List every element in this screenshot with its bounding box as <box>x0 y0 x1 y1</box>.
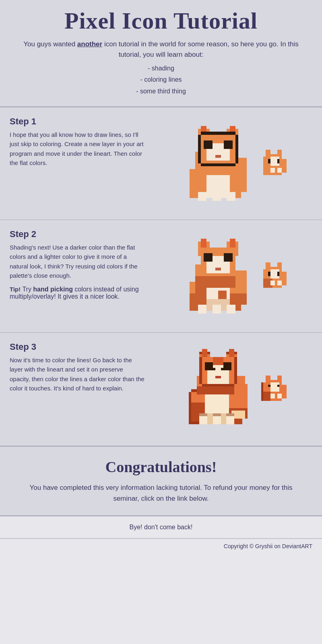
fox-step2-large <box>182 236 254 316</box>
step-1-row: Step 1 I hope that you all know how to d… <box>0 107 322 220</box>
svg-rect-67 <box>266 262 270 269</box>
svg-rect-42 <box>235 270 247 282</box>
step-1-title: Step 1 <box>10 116 145 127</box>
svg-rect-18 <box>198 192 206 201</box>
svg-rect-28 <box>266 150 270 157</box>
page-title: Pixel Icon Tutorial <box>16 7 306 34</box>
svg-rect-119 <box>277 376 282 382</box>
svg-rect-123 <box>261 382 264 401</box>
fox-step3-large <box>182 349 254 429</box>
step-1-body: I hope that you all know how to draw lin… <box>10 130 145 167</box>
steps-area: Step 1 I hope that you all know how to d… <box>0 107 322 447</box>
svg-rect-118 <box>266 376 270 382</box>
svg-rect-90 <box>197 386 234 394</box>
svg-rect-56 <box>224 256 229 262</box>
svg-rect-62 <box>218 291 227 299</box>
congrats-body: You have completed this very information… <box>24 482 298 504</box>
svg-rect-23 <box>235 135 238 163</box>
svg-rect-61 <box>195 285 207 293</box>
step-1-images <box>153 107 322 219</box>
svg-rect-112 <box>199 357 202 384</box>
tip-label: Tip! <box>10 286 21 293</box>
svg-rect-108 <box>213 413 221 416</box>
svg-rect-103 <box>221 368 229 371</box>
svg-rect-32 <box>277 159 280 163</box>
fox-step1-large <box>182 123 254 204</box>
svg-rect-110 <box>226 413 234 416</box>
step-2-row: Step 2 Shading's next! Use a darker colo… <box>0 220 322 333</box>
svg-rect-125 <box>277 394 282 398</box>
svg-rect-116 <box>263 392 270 401</box>
svg-rect-60 <box>227 305 235 314</box>
step-1-text: Step 1 I hope that you all know how to d… <box>0 107 153 219</box>
intro-bold: another <box>77 40 102 48</box>
svg-rect-106 <box>199 413 207 416</box>
tip-block: Tip! Try hand picking colors instead of … <box>10 286 145 300</box>
header-section: Pixel Icon Tutorial You guys wanted anot… <box>0 0 322 107</box>
intro-text: You guys wanted another icon tutorial in… <box>16 39 306 60</box>
svg-rect-124 <box>270 394 275 398</box>
svg-rect-15 <box>206 143 212 149</box>
step-3-row: Step 3 Now it's time to color the lines!… <box>0 333 322 446</box>
svg-rect-31 <box>268 159 270 163</box>
footer-link-section: Bye! don't come back! <box>0 516 322 539</box>
svg-rect-126 <box>279 389 286 392</box>
svg-rect-16 <box>224 143 229 149</box>
svg-rect-21 <box>201 132 235 135</box>
step-2-title: Step 2 <box>10 229 145 239</box>
svg-rect-104 <box>215 376 221 379</box>
svg-rect-70 <box>268 272 270 276</box>
svg-rect-102 <box>207 368 215 371</box>
svg-rect-24 <box>201 163 235 166</box>
congrats-section: Congratulations! You have completed this… <box>0 447 322 516</box>
svg-rect-113 <box>234 357 237 384</box>
svg-rect-97 <box>229 349 234 357</box>
step-3-images <box>153 333 322 446</box>
svg-rect-105 <box>199 416 207 424</box>
step-2-text: Step 2 Shading's next! Use a darker colo… <box>0 220 153 332</box>
svg-rect-34 <box>277 168 282 173</box>
svg-rect-107 <box>213 416 221 424</box>
footer-copyright: Copyright © Gryshii on DeviantART <box>0 539 322 556</box>
svg-rect-58 <box>198 305 206 314</box>
list-item-2: - coloring lines <box>16 74 306 86</box>
svg-rect-49 <box>201 239 206 247</box>
svg-rect-51 <box>230 239 235 247</box>
footer-link-text: Bye! don't come back! <box>16 524 306 531</box>
svg-rect-122 <box>277 385 280 387</box>
fox-step3-small <box>261 373 289 405</box>
list-item-1: - shading <box>16 63 306 74</box>
svg-rect-19 <box>213 192 221 201</box>
svg-rect-55 <box>206 256 212 262</box>
svg-rect-20 <box>227 192 235 201</box>
step-2-body: Shading's next! Use a darker color than … <box>10 243 145 280</box>
svg-rect-29 <box>277 150 282 157</box>
svg-rect-121 <box>268 385 270 387</box>
svg-rect-99 <box>213 357 224 365</box>
svg-rect-94 <box>202 349 207 357</box>
intro-post: icon tutorial in the world for some reas… <box>102 40 299 58</box>
svg-rect-41 <box>230 293 247 305</box>
list-item-3: - some third thing <box>16 86 306 97</box>
svg-rect-72 <box>270 281 275 285</box>
svg-rect-17 <box>215 155 221 158</box>
svg-rect-22 <box>198 135 201 163</box>
step-3-text: Step 3 Now it's time to color the lines!… <box>0 333 153 446</box>
svg-rect-111 <box>202 384 234 387</box>
learn-list: - shading - coloring lines - some third … <box>16 63 306 97</box>
svg-rect-68 <box>277 262 282 269</box>
congrats-title: Congratulations! <box>24 458 298 476</box>
tip-bold: hand picking <box>33 286 73 293</box>
svg-rect-71 <box>277 272 280 276</box>
fox-step2-small <box>261 260 289 292</box>
svg-rect-73 <box>277 281 282 285</box>
svg-rect-57 <box>215 268 221 270</box>
tip-pre: Try <box>21 286 33 293</box>
svg-rect-81 <box>189 392 192 424</box>
svg-rect-33 <box>270 168 275 173</box>
intro-pre: You guys wanted <box>23 40 77 48</box>
svg-rect-109 <box>226 416 234 424</box>
svg-rect-59 <box>213 305 221 314</box>
step-3-body: Now it's time to color the lines! Go bac… <box>10 355 145 393</box>
copyright-text: Copyright © Gryshii on DeviantART <box>10 543 312 549</box>
